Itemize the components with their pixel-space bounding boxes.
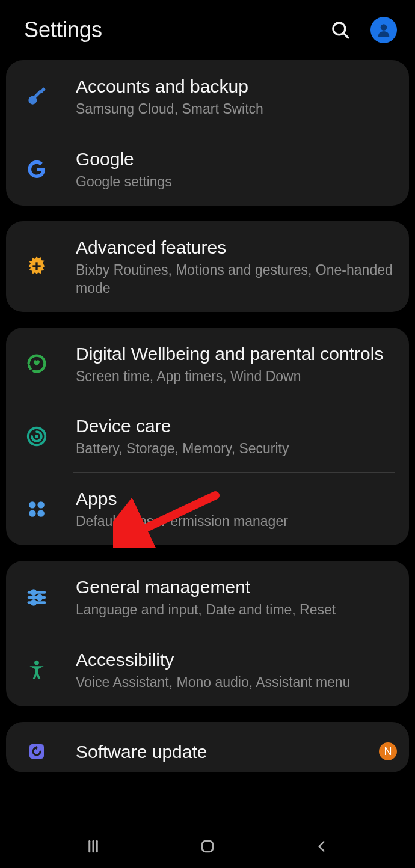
settings-item-software-update[interactable]: Software update N — [6, 722, 409, 772]
svg-point-13 — [37, 510, 44, 516]
search-icon — [330, 20, 351, 40]
svg-point-17 — [32, 590, 36, 594]
settings-item-title: Accounts and backup — [76, 75, 397, 98]
settings-item-text: Digital Wellbeing and parental controls … — [76, 342, 397, 386]
apps-icon — [22, 494, 52, 524]
settings-item-general-management[interactable]: General management Language and input, D… — [6, 561, 409, 634]
notification-badge: N — [379, 742, 397, 760]
svg-rect-4 — [31, 90, 42, 101]
settings-item-title: Google — [76, 147, 397, 171]
android-nav-bar — [0, 825, 415, 868]
nav-back-button[interactable] — [304, 834, 340, 858]
svg-point-20 — [34, 660, 39, 665]
settings-item-title: Advanced features — [76, 236, 397, 259]
settings-item-text: Apps Default apps, Permission manager — [76, 487, 397, 531]
settings-item-subtitle: Voice Assistant, Mono audio, Assistant m… — [76, 674, 397, 692]
nav-recents-button[interactable] — [75, 834, 111, 858]
settings-item-title: Digital Wellbeing and parental controls — [76, 342, 397, 365]
search-button[interactable] — [327, 17, 354, 43]
svg-point-2 — [381, 24, 387, 31]
back-icon — [314, 839, 330, 854]
svg-point-12 — [29, 510, 35, 516]
settings-item-apps[interactable]: Apps Default apps, Permission manager — [6, 472, 409, 545]
svg-point-11 — [37, 501, 44, 508]
settings-item-advanced-features[interactable]: Advanced features Bixby Routines, Motion… — [6, 221, 409, 312]
gear-plus-icon — [22, 251, 52, 281]
settings-item-subtitle: Default apps, Permission manager — [76, 513, 397, 531]
settings-item-title: Apps — [76, 487, 397, 510]
nav-home-button[interactable] — [189, 834, 226, 858]
settings-group: Accounts and backup Samsung Cloud, Smart… — [6, 60, 409, 206]
settings-item-google[interactable]: Google Google settings — [6, 133, 409, 206]
settings-item-text: Device care Battery, Storage, Memory, Se… — [76, 414, 397, 458]
svg-point-10 — [29, 501, 35, 508]
svg-point-9 — [35, 435, 38, 438]
page-title: Settings — [24, 17, 102, 43]
settings-item-text: Accessibility Voice Assistant, Mono audi… — [76, 648, 397, 692]
svg-line-1 — [344, 34, 348, 38]
key-icon — [22, 81, 52, 111]
header-actions — [327, 17, 397, 43]
settings-item-text: Software update — [76, 740, 372, 763]
settings-item-text: Advanced features Bixby Routines, Motion… — [76, 236, 397, 298]
settings-item-text: Google Google settings — [76, 147, 397, 191]
device-care-icon — [22, 421, 52, 451]
settings-item-title: General management — [76, 575, 397, 599]
svg-rect-7 — [32, 266, 40, 267]
settings-item-text: General management Language and input, D… — [76, 575, 397, 619]
recents-icon — [84, 837, 102, 855]
settings-header: Settings — [0, 0, 415, 60]
settings-group: Advanced features Bixby Routines, Motion… — [6, 221, 409, 312]
wellbeing-icon — [22, 349, 52, 379]
settings-item-title: Accessibility — [76, 648, 397, 671]
account-button[interactable] — [370, 17, 397, 43]
svg-rect-26 — [202, 841, 213, 852]
settings-item-digital-wellbeing[interactable]: Digital Wellbeing and parental controls … — [6, 328, 409, 400]
person-icon — [375, 22, 392, 38]
settings-item-device-care[interactable]: Device care Battery, Storage, Memory, Se… — [6, 400, 409, 472]
svg-point-18 — [38, 595, 42, 599]
accessibility-icon — [22, 655, 52, 685]
svg-point-19 — [32, 601, 36, 605]
settings-item-subtitle: Battery, Storage, Memory, Security — [76, 440, 397, 458]
settings-item-subtitle: Screen time, App timers, Wind Down — [76, 368, 397, 386]
settings-item-subtitle: Samsung Cloud, Smart Switch — [76, 100, 397, 118]
settings-item-subtitle: Bixby Routines, Motions and gestures, On… — [76, 261, 397, 298]
settings-list: Accounts and backup Samsung Cloud, Smart… — [0, 60, 415, 772]
settings-item-accessibility[interactable]: Accessibility Voice Assistant, Mono audi… — [6, 634, 409, 706]
settings-item-text: Accounts and backup Samsung Cloud, Smart… — [76, 75, 397, 118]
settings-item-title: Device care — [76, 414, 397, 438]
home-icon — [198, 837, 217, 855]
software-update-icon — [22, 736, 52, 766]
settings-group: Software update N — [6, 722, 409, 772]
google-icon — [22, 154, 52, 184]
settings-item-subtitle: Google settings — [76, 173, 397, 191]
settings-group: General management Language and input, D… — [6, 561, 409, 706]
settings-group: Digital Wellbeing and parental controls … — [6, 328, 409, 546]
sliders-icon — [22, 582, 52, 613]
settings-item-accounts-backup[interactable]: Accounts and backup Samsung Cloud, Smart… — [6, 60, 409, 133]
settings-item-title: Software update — [76, 740, 372, 763]
settings-item-subtitle: Language and input, Date and time, Reset — [76, 601, 397, 619]
